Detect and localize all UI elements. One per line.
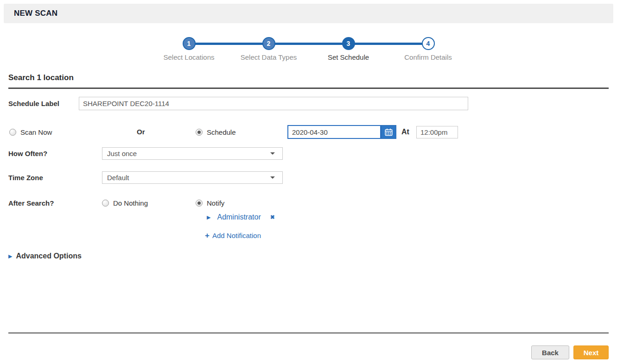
dropdown-arrow-icon bbox=[270, 152, 275, 155]
footer-actions: Back Next bbox=[8, 345, 609, 359]
step-3-circle: 3 bbox=[342, 37, 355, 50]
step-4-circle: 4 bbox=[422, 37, 435, 50]
step-confirm-details[interactable]: 4 Confirm Details bbox=[388, 37, 468, 61]
expand-triangle-icon: ▶ bbox=[8, 253, 12, 259]
after-search-label: After Search? bbox=[8, 199, 102, 207]
main-content: Search 1 location Schedule Label Scan No… bbox=[0, 73, 617, 359]
do-nothing-radio-circle[interactable] bbox=[102, 200, 109, 207]
step-set-schedule[interactable]: 3 Set Schedule bbox=[309, 37, 388, 61]
how-often-label: How Often? bbox=[8, 150, 102, 157]
schedule-label-label: Schedule Label bbox=[8, 100, 79, 107]
schedule-radio-label: Schedule bbox=[207, 128, 236, 136]
scan-now-radio[interactable]: Scan Now bbox=[9, 128, 52, 136]
calendar-icon bbox=[385, 128, 393, 136]
step-1-label: Select Locations bbox=[163, 53, 214, 61]
how-often-value: Just once bbox=[107, 150, 270, 157]
schedule-radio[interactable]: Schedule bbox=[196, 128, 236, 136]
step-4-label: Confirm Details bbox=[404, 53, 452, 61]
advanced-options-label: Advanced Options bbox=[16, 252, 81, 260]
advanced-options-toggle[interactable]: ▶ Advanced Options bbox=[8, 252, 609, 260]
step-2-circle: 2 bbox=[262, 37, 275, 50]
add-notification-link[interactable]: + Add Notification bbox=[205, 232, 609, 239]
remove-notification-icon[interactable]: ✖ bbox=[270, 214, 275, 220]
step-select-data-types[interactable]: 2 Select Data Types bbox=[229, 37, 309, 61]
next-button[interactable]: Next bbox=[573, 345, 609, 359]
step-2-label: Select Data Types bbox=[241, 53, 297, 61]
time-zone-row: Time Zone Default bbox=[8, 171, 609, 184]
schedule-radio-circle[interactable] bbox=[196, 129, 203, 136]
footer-divider bbox=[8, 333, 609, 333]
back-button[interactable]: Back bbox=[531, 345, 569, 359]
scan-or-schedule-row: Scan Now Or Schedule At bbox=[8, 125, 609, 140]
notify-radio[interactable]: Notify bbox=[196, 199, 224, 207]
at-label: At bbox=[401, 128, 409, 136]
date-picker-group bbox=[287, 125, 396, 139]
step-1-circle: 1 bbox=[183, 37, 196, 50]
expand-triangle-icon[interactable]: ▶ bbox=[207, 214, 210, 220]
time-input[interactable] bbox=[416, 126, 458, 138]
section-title: Search 1 location bbox=[8, 73, 609, 82]
page-title: NEW SCAN bbox=[14, 9, 57, 18]
notification-item: ▶ Administrator ✖ bbox=[207, 213, 609, 221]
scan-now-radio-circle[interactable] bbox=[9, 129, 16, 136]
dropdown-arrow-icon bbox=[270, 176, 275, 179]
date-input[interactable] bbox=[287, 125, 381, 139]
after-search-row: After Search? Do Nothing Notify bbox=[8, 199, 609, 207]
notify-radio-circle[interactable] bbox=[196, 200, 203, 207]
time-zone-select[interactable]: Default bbox=[102, 171, 283, 184]
how-often-select[interactable]: Just once bbox=[102, 147, 283, 160]
section-divider bbox=[8, 88, 609, 89]
step-select-locations[interactable]: 1 Select Locations bbox=[149, 37, 229, 61]
do-nothing-label: Do Nothing bbox=[113, 199, 148, 207]
notification-recipient[interactable]: Administrator bbox=[217, 213, 261, 221]
time-zone-label: Time Zone bbox=[8, 174, 102, 182]
calendar-button[interactable] bbox=[381, 125, 396, 139]
notify-label: Notify bbox=[207, 199, 224, 207]
time-zone-value: Default bbox=[107, 174, 270, 182]
do-nothing-radio[interactable]: Do Nothing bbox=[102, 199, 196, 207]
schedule-label-input[interactable] bbox=[79, 97, 468, 110]
step-3-label: Set Schedule bbox=[328, 53, 369, 61]
schedule-label-row: Schedule Label bbox=[8, 97, 609, 110]
page-header: NEW SCAN bbox=[4, 4, 613, 23]
scan-now-label: Scan Now bbox=[20, 128, 52, 136]
wizard-stepper: 1 Select Locations 2 Select Data Types 3… bbox=[0, 37, 617, 61]
or-label: Or bbox=[137, 128, 145, 136]
how-often-row: How Often? Just once bbox=[8, 147, 609, 160]
plus-icon: + bbox=[205, 232, 210, 239]
add-notification-label: Add Notification bbox=[212, 232, 261, 239]
